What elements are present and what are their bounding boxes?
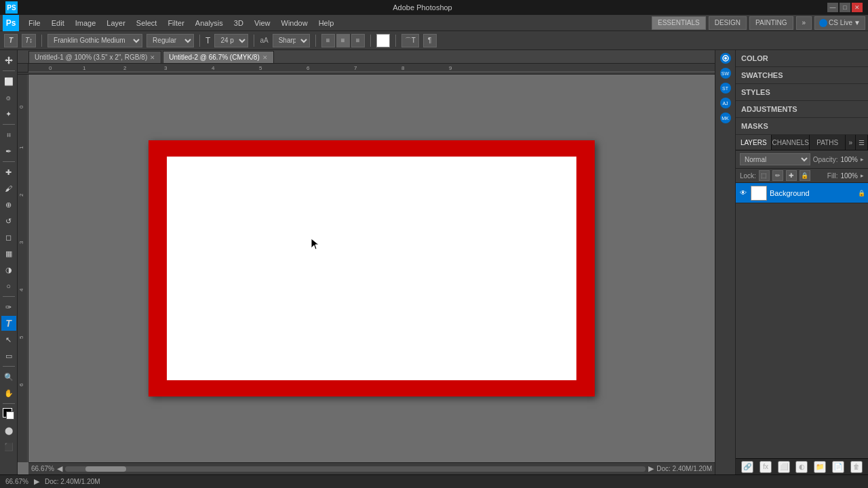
zoom-tool[interactable]: 🔍 [1, 369, 16, 384]
adjustments-panel-header[interactable]: ADJUSTMENTS [736, 101, 868, 118]
antialias-select[interactable]: Sharp [273, 34, 310, 47]
move-tool[interactable] [1, 53, 16, 68]
layers-tab-expand[interactable]: » [846, 135, 856, 150]
eyedropper-tool[interactable]: ✒ [1, 144, 16, 159]
workspace-essentials[interactable]: ESSENTIALS [652, 16, 706, 30]
scroll-arrow-right[interactable]: ▶ [648, 464, 654, 473]
font-style-select[interactable]: Regular [146, 34, 194, 47]
path-select-tool[interactable]: ↖ [1, 332, 16, 347]
menu-edit[interactable]: Edit [46, 18, 70, 28]
foreground-color[interactable] [1, 407, 16, 422]
new-layer-button[interactable]: 📄 [832, 461, 844, 473]
tab2-close[interactable]: ✕ [262, 54, 268, 61]
close-button[interactable]: ✕ [852, 3, 863, 12]
opacity-value: 100% [840, 156, 858, 163]
eraser-tool[interactable]: ◻ [1, 230, 16, 245]
add-mask-button[interactable]: ⬜ [778, 461, 790, 473]
blur-tool[interactable]: ◑ [1, 262, 16, 277]
tab-paths[interactable]: PATHS [810, 135, 846, 150]
layer-row-background[interactable]: 👁 Background 🔒 [736, 183, 868, 203]
tab-untitled2[interactable]: Untitled-2 @ 66.7% (CMYK/8) ✕ [163, 51, 274, 63]
menu-3d[interactable]: 3D [229, 18, 249, 28]
panel-icon-color[interactable] [720, 53, 731, 64]
menu-view[interactable]: View [249, 18, 276, 28]
canvas-container[interactable] [28, 75, 715, 462]
styles-panel-header[interactable]: STYLES [736, 84, 868, 101]
workspace-design[interactable]: DESIGN [709, 16, 747, 30]
menu-file[interactable]: File [23, 18, 46, 28]
panel-icon-adjustments[interactable]: AJ [720, 98, 731, 108]
delete-layer-button[interactable]: 🗑 [850, 461, 863, 473]
panel-icon-styles[interactable]: ST [720, 83, 731, 94]
type-tool[interactable]: T [1, 316, 16, 331]
tab1-close[interactable]: ✕ [150, 54, 155, 61]
shape-tool[interactable]: ▭ [1, 348, 16, 363]
layers-tab-menu[interactable]: ☰ [856, 135, 868, 150]
right-panels: COLOR SWATCHES STYLES ADJUSTMENTS MASKS … [735, 50, 868, 474]
swatches-panel-header[interactable]: SWATCHES [736, 67, 868, 84]
quick-mask-button[interactable]: ⬤ [1, 423, 16, 438]
dodge-tool[interactable]: ○ [1, 279, 16, 293]
lasso-tool[interactable]: ⌾ [1, 90, 16, 105]
tool-type-alt-button[interactable]: T↕ [22, 34, 36, 47]
tab-channels[interactable]: CHANNELS [772, 135, 809, 150]
horizontal-scrollbar[interactable] [65, 466, 646, 472]
fill-arrow[interactable]: ▸ [861, 172, 864, 179]
ruler-left: 0 1 2 3 4 5 6 [18, 75, 28, 462]
hand-tool[interactable]: ✋ [1, 386, 16, 401]
font-size-select[interactable]: 24 pt [214, 34, 248, 47]
font-family-select[interactable]: Franklin Gothic Medium [47, 34, 142, 47]
menu-window[interactable]: Window [276, 18, 313, 28]
tab-untitled1[interactable]: Untitled-1 @ 100% (3.5" x 2", RGB/8) ✕ [28, 51, 161, 63]
align-right-button[interactable]: ≡ [351, 34, 365, 47]
minimize-button[interactable]: — [827, 3, 838, 12]
menu-filter[interactable]: Filter [162, 18, 189, 28]
separator-3 [254, 35, 254, 47]
masks-panel-header[interactable]: MASKS [736, 118, 868, 135]
menu-layer[interactable]: Layer [101, 18, 131, 28]
menu-help[interactable]: Help [313, 18, 340, 28]
clone-tool[interactable]: ⊕ [1, 197, 16, 212]
workspace-expand[interactable]: » [796, 16, 812, 30]
opacity-arrow[interactable]: ▸ [861, 156, 864, 163]
tool-type-button[interactable]: T [4, 34, 18, 47]
workspace-painting[interactable]: PAINTING [749, 16, 793, 30]
lock-position-button[interactable]: ✚ [786, 170, 797, 181]
lock-pixels-button[interactable]: ✏ [772, 170, 783, 181]
link-layers-button[interactable]: 🔗 [741, 461, 753, 473]
cs-live-button[interactable]: CS Live ▼ [814, 16, 865, 30]
warp-text-button[interactable]: ⌒T [401, 34, 419, 47]
tab-layers[interactable]: LAYERS [736, 135, 772, 150]
menu-select[interactable]: Select [131, 18, 163, 28]
blend-mode-select[interactable]: Normal [740, 153, 810, 165]
lock-transparent-button[interactable]: ⬚ [759, 170, 770, 181]
menu-image[interactable]: Image [70, 18, 102, 28]
marquee-tool[interactable]: ⬜ [1, 74, 16, 89]
pen-tool[interactable]: ✑ [1, 300, 16, 314]
healing-tool[interactable]: ✚ [1, 165, 16, 180]
maximize-button[interactable]: □ [840, 3, 850, 12]
screen-mode-button[interactable]: ⬛ [1, 439, 16, 454]
quick-select-tool[interactable]: ✦ [1, 106, 16, 121]
panel-icon-masks[interactable]: MK [720, 113, 731, 123]
status-arrow[interactable]: ▶ [34, 477, 39, 486]
history-brush-tool[interactable]: ↺ [1, 214, 16, 228]
crop-tool[interactable]: ⌗ [1, 127, 16, 142]
panel-icon-swatches[interactable]: SW [720, 68, 731, 79]
lock-all-button[interactable]: 🔒 [800, 170, 810, 181]
character-panel-button[interactable]: ¶ [423, 34, 437, 47]
align-center-button[interactable]: ≡ [336, 34, 350, 47]
layer-visibility-toggle[interactable]: 👁 [738, 188, 748, 198]
adjustment-layer-button[interactable]: ◐ [795, 461, 808, 473]
color-swatch[interactable] [376, 34, 390, 47]
layer-effects-button[interactable]: fx [760, 461, 772, 473]
menu-analysis[interactable]: Analysis [190, 18, 229, 28]
group-layers-button[interactable]: 📁 [814, 461, 826, 473]
scroll-arrow-left[interactable]: ◀ [57, 464, 62, 473]
svg-text:7: 7 [354, 65, 357, 71]
brush-tool[interactable]: 🖌 [1, 181, 16, 196]
align-left-button[interactable]: ≡ [321, 34, 335, 47]
color-panel-header[interactable]: COLOR [736, 50, 868, 67]
svg-text:9: 9 [449, 65, 452, 71]
gradient-tool[interactable]: ▦ [1, 246, 16, 261]
